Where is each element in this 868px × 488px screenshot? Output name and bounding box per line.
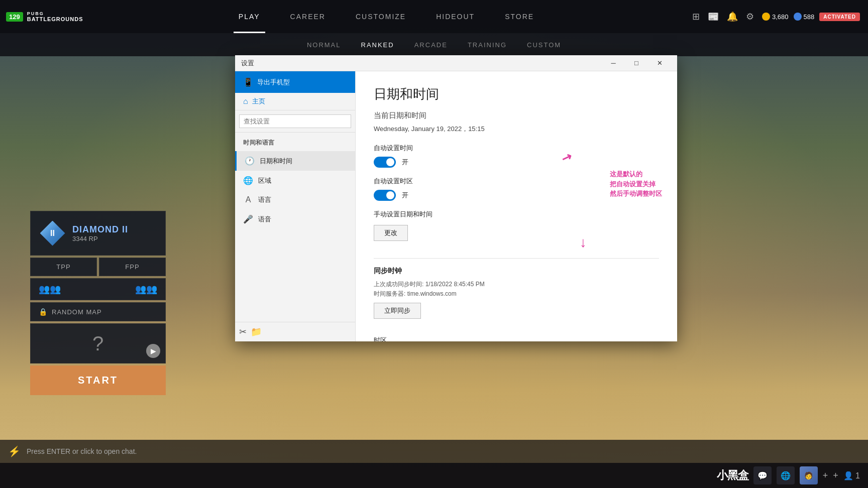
grid-icon[interactable]: ⊞ <box>692 11 700 22</box>
xhh-logo: 小黑盒 <box>717 468 748 483</box>
home-row[interactable]: ⌂ 主页 <box>235 93 355 110</box>
sync-info: 上次成功同步时间: 1/18/2022 8:45:45 PM 时间服务器: ti… <box>374 280 659 299</box>
auto-timezone-toggle-row: 开 <box>374 190 659 201</box>
settings-title: 设置 <box>241 59 602 68</box>
map-label: RANDOM MAP <box>52 308 102 316</box>
timezone-label: 时区 <box>374 336 659 341</box>
rank-diamond-icon: II <box>40 221 65 246</box>
auto-timezone-row: 自动设置时区 开 <box>374 177 659 201</box>
chat-bar: ⚡ Press ENTER or click to open chat. <box>0 440 868 463</box>
manual-date-label: 手动设置日期和时间 <box>374 210 659 219</box>
map-row[interactable]: 🔒 RANDOM MAP <box>30 302 166 321</box>
mode-tpp[interactable]: TPP <box>30 258 97 276</box>
map-preview: ? ▶ <box>30 323 166 363</box>
currency-area: 3,680 588 ACTIVATED <box>762 13 860 21</box>
bell-icon[interactable]: 🔔 <box>727 11 738 22</box>
rank-badge: II <box>39 219 66 247</box>
mode-fpp[interactable]: FPP <box>99 258 166 276</box>
blue-currency: 588 <box>794 13 815 21</box>
sidebar-top-label: 导出手机型 <box>257 78 290 87</box>
home-icon: ⌂ <box>243 97 248 106</box>
timer-badge: 129 <box>6 12 23 22</box>
scissors-icon[interactable]: ✂ <box>239 326 247 337</box>
auto-timezone-toggle[interactable] <box>374 190 396 201</box>
add-user-button[interactable]: + <box>823 470 828 481</box>
sync-heading: 同步时钟 <box>374 267 659 276</box>
squad-row: 👥👥 👥👥 <box>30 278 166 300</box>
auto-time-row: 自动设置时间 开 <box>374 144 659 168</box>
mail-icon[interactable]: 📰 <box>708 11 719 22</box>
nav-tab-customize[interactable]: CUSTOMIZE <box>341 0 421 33</box>
sub-tab-ranked[interactable]: RANKED <box>361 33 394 56</box>
datetime-icon: 🕐 <box>245 156 255 166</box>
logo-area: 129 PUBG BATTLEGROUNDS <box>0 11 80 22</box>
current-datetime-value: Wednesday, January 19, 2022，15:15 <box>374 125 659 134</box>
manual-date-row: 手动设置日期和时间 更改 <box>374 210 659 249</box>
sync-last-time: 上次成功同步时间: 1/18/2022 8:45:45 PM <box>374 281 485 288</box>
auto-time-toggle-row: 开 <box>374 157 659 168</box>
sync-row: 同步时钟 上次成功同步时间: 1/18/2022 8:45:45 PM 时间服务… <box>374 267 659 327</box>
close-button[interactable]: ✕ <box>648 55 671 71</box>
window-controls: ─ □ ✕ <box>602 55 671 71</box>
globe-taskbar-icon[interactable]: 🌐 <box>777 466 795 484</box>
auto-time-toggle[interactable] <box>374 157 396 168</box>
nav-tab-career[interactable]: CAREER <box>275 0 341 33</box>
sync-now-button[interactable]: 立即同步 <box>374 303 421 319</box>
folder-icon[interactable]: 📁 <box>251 326 262 337</box>
settings-nav-region[interactable]: 🌐 区域 <box>235 171 355 190</box>
change-button[interactable]: 更改 <box>374 225 408 241</box>
map-question-mark: ? <box>92 332 103 355</box>
left-panel: II DIAMOND II 3344 RP TPP FPP 👥👥 👥👥 🔒 RA… <box>30 211 166 395</box>
chat-prompt[interactable]: Press ENTER or click to open chat. <box>27 447 137 455</box>
gear-icon[interactable]: ⚙ <box>746 11 754 22</box>
settings-search <box>235 110 355 133</box>
rank-rp: 3344 RP <box>72 235 157 242</box>
auto-time-label: 自动设置时间 <box>374 144 659 153</box>
speech-icon: 🎤 <box>243 214 253 224</box>
maximize-button[interactable]: □ <box>625 55 648 71</box>
sync-server: 时间服务器: time.windows.com <box>374 290 457 297</box>
settings-nav-section: 时间和语言 🕐 日期和时间 🌐 区域 A 语言 🎤 语音 <box>235 133 355 233</box>
settings-nav-datetime[interactable]: 🕐 日期和时间 <box>235 151 355 171</box>
nav-tab-store[interactable]: STORE <box>490 0 549 33</box>
nav-tab-play[interactable]: PLAY <box>224 0 275 33</box>
settings-nav-language[interactable]: A 语言 <box>235 190 355 209</box>
bottom-taskbar: 小黑盒 💬 🌐 🧑 + + 👤 1 <box>0 463 868 488</box>
sub-tab-arcade[interactable]: ARCADE <box>414 33 448 56</box>
sub-navbar: NORMAL RANKED ARCADE TRAINING CUSTOM <box>0 33 868 56</box>
rank-card: II DIAMOND II 3344 RP <box>30 211 166 256</box>
nav-right: ⊞ 📰 🔔 ⚙ 3,680 588 ACTIVATED <box>692 11 868 22</box>
user-count: 👤 1 <box>843 471 860 480</box>
squad-icons-right: 👥👥 <box>135 284 157 295</box>
rank-title: DIAMOND II <box>72 224 157 235</box>
datetime-label: 日期和时间 <box>260 157 292 166</box>
nav-tabs: PLAY CAREER CUSTOMIZE HIDEOUT STORE <box>80 0 692 33</box>
nav-tab-hideout[interactable]: HIDEOUT <box>421 0 490 33</box>
squad-icons-left: 👥👥 <box>39 284 61 295</box>
settings-nav-speech[interactable]: 🎤 语音 <box>235 209 355 229</box>
speech-label: 语音 <box>258 215 271 224</box>
mode-buttons: TPP FPP <box>30 258 166 276</box>
phone-icon: 📱 <box>243 77 253 87</box>
chat-taskbar-icon[interactable]: 💬 <box>753 466 772 484</box>
sub-tab-custom[interactable]: CUSTOM <box>527 33 561 56</box>
sub-tab-normal[interactable]: NORMAL <box>307 33 341 56</box>
region-label: 区域 <box>258 176 271 185</box>
add-button-2[interactable]: + <box>833 470 838 481</box>
avatar-icon[interactable]: 🧑 <box>800 466 818 484</box>
logo-text: PUBG BATTLEGROUNDS <box>27 11 83 22</box>
minimize-button[interactable]: ─ <box>602 55 625 71</box>
gold-icon <box>762 13 770 21</box>
current-label: 当前日期和时间 <box>374 111 659 120</box>
settings-section-title: 时间和语言 <box>235 137 355 151</box>
lightning-icon: ⚡ <box>8 445 21 457</box>
divider-1 <box>374 258 659 259</box>
logo-battlegrounds: BATTLEGROUNDS <box>27 16 83 22</box>
start-button[interactable]: START <box>30 365 166 395</box>
settings-search-input[interactable] <box>239 114 351 128</box>
sub-tab-training[interactable]: TRAINING <box>468 33 507 56</box>
auto-time-toggle-label: 开 <box>402 158 408 167</box>
language-icon: A <box>243 195 253 204</box>
map-arrow-btn[interactable]: ▶ <box>146 344 160 358</box>
rank-info: DIAMOND II 3344 RP <box>72 224 157 242</box>
